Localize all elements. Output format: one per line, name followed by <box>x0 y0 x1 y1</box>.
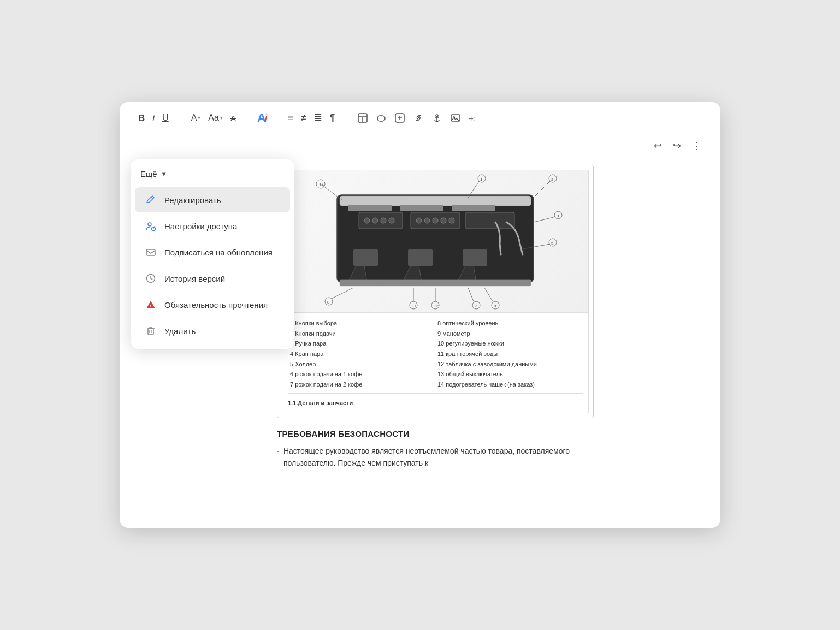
svg-rect-14 <box>146 249 155 255</box>
legend-item-9: 9 манометр <box>437 330 470 337</box>
menu-item-mandatory[interactable]: ! Обязательность прочтения <box>135 292 290 317</box>
chevron-down-icon: ▼ <box>161 170 168 178</box>
svg-point-35 <box>441 218 446 223</box>
divider-4 <box>346 112 346 124</box>
svg-text:7: 7 <box>475 304 477 308</box>
legend-item-4: 4 Кран пара <box>290 350 323 357</box>
svg-text:2: 2 <box>551 177 554 182</box>
legend-item-11: 11 кран горячей воды <box>437 350 498 357</box>
legend-item-12: 12 табличка с заводскими данными <box>437 361 537 367</box>
svg-line-69 <box>484 288 493 301</box>
content-area: Ещё ▼ Редактировать Настройки доступа <box>120 154 720 484</box>
svg-rect-17 <box>148 329 153 335</box>
document-area: 14 1 2 3 5 <box>277 165 705 469</box>
font-size-arrow: ▾ <box>220 115 223 121</box>
menu-mandatory-label: Обязательность прочтения <box>164 300 268 310</box>
legend-right: 8 оптический уровень 9 манометр 10 регул… <box>435 317 583 391</box>
svg-rect-22 <box>340 196 531 206</box>
menu-item-history[interactable]: История версий <box>135 266 290 291</box>
ai-button[interactable]: Ai <box>255 110 268 126</box>
menu-history-label: История версий <box>164 274 225 283</box>
list-button[interactable]: ≣ <box>311 111 326 125</box>
legend-left: 1 Кнопки выбора 2 Кнопки подачи 3 Ручка … <box>288 317 435 391</box>
svg-text:12: 12 <box>434 304 439 308</box>
machine-image: 14 1 2 3 5 <box>282 170 588 312</box>
dropdown-menu: Ещё ▼ Редактировать Настройки доступа <box>131 159 294 349</box>
svg-text:11: 11 <box>412 304 417 308</box>
menu-subscribe-label: Подписаться на обновления <box>164 248 273 257</box>
align-center-button[interactable]: ≠ <box>298 111 310 125</box>
insert-group: +: <box>354 110 479 126</box>
link-button[interactable] <box>410 110 427 126</box>
svg-text:8: 8 <box>327 300 330 305</box>
text-format-group: B i U <box>135 111 172 125</box>
svg-point-36 <box>449 218 454 223</box>
legend-item-8: 8 оптический уровень <box>437 320 498 326</box>
menu-item-edit[interactable]: Редактировать <box>135 187 290 212</box>
ai-label-a: A <box>257 111 265 124</box>
safety-text-row: · Настоящее руководство является неотъем… <box>277 445 594 469</box>
toolbar: B i U A ▾ Aa ▾ Ā Ai ≡ ≠ ≣ ¶ <box>120 102 720 134</box>
svg-point-32 <box>416 218 422 223</box>
font-color-label: A <box>191 114 197 122</box>
svg-line-48 <box>534 181 550 198</box>
shape-button[interactable] <box>372 110 390 126</box>
legend-item-5: 5 Холдер <box>290 361 316 367</box>
svg-point-33 <box>424 218 430 223</box>
mail-icon <box>145 246 157 258</box>
image-button[interactable] <box>447 110 464 126</box>
person-settings-icon <box>145 220 157 232</box>
warning-icon: ! <box>145 299 157 311</box>
font-size-label: Aa <box>208 114 219 122</box>
align-left-button[interactable]: ≡ <box>284 111 297 125</box>
svg-rect-41 <box>340 280 531 286</box>
machine-legend: 1 Кнопки выбора 2 Кнопки подачи 3 Ручка … <box>282 312 588 413</box>
svg-rect-23 <box>348 205 392 211</box>
menu-item-subscribe[interactable]: Подписаться на обновления <box>135 240 290 265</box>
svg-text:!: ! <box>150 304 151 308</box>
dropdown-trigger[interactable]: Ещё ▼ <box>131 164 294 186</box>
italic-button[interactable]: i <box>149 111 158 125</box>
svg-point-29 <box>381 218 386 223</box>
svg-line-57 <box>332 288 353 299</box>
table-button[interactable] <box>354 110 371 126</box>
svg-rect-38 <box>353 249 378 266</box>
font-color-button[interactable]: A ▾ <box>188 111 204 124</box>
paragraph-button[interactable]: ¶ <box>327 111 339 125</box>
svg-point-12 <box>148 223 151 226</box>
more-options-button[interactable]: ⋮ <box>689 138 705 154</box>
svg-text:1: 1 <box>480 177 483 182</box>
anchor-button[interactable] <box>428 110 446 126</box>
divider-3 <box>276 112 276 124</box>
svg-point-7 <box>436 115 438 117</box>
sub-toolbar: ↩ ↪ ⋮ <box>120 134 720 154</box>
undo-button[interactable]: ↩ <box>650 138 665 154</box>
more-insert-button[interactable]: +: <box>465 112 479 124</box>
bold-button[interactable]: B <box>135 111 148 125</box>
menu-item-access[interactable]: Настройки доступа <box>135 213 290 239</box>
svg-text:5: 5 <box>551 241 554 246</box>
underline-button[interactable]: U <box>159 111 172 124</box>
svg-point-28 <box>372 218 378 223</box>
clock-icon <box>145 272 157 284</box>
menu-access-label: Настройки доступа <box>164 222 237 231</box>
safety-text-content: Настоящее руководство является неотъемле… <box>283 445 594 469</box>
plus-box-button[interactable] <box>391 110 409 126</box>
dropdown-trigger-label: Ещё <box>140 169 157 179</box>
machine-diagram: 14 1 2 3 5 <box>282 170 589 413</box>
svg-line-66 <box>468 288 474 301</box>
svg-line-42 <box>321 184 342 200</box>
legend-item-13: 13 общий выключатель <box>437 371 503 377</box>
main-window: B i U A ▾ Aa ▾ Ā Ai ≡ ≠ ≣ ¶ <box>120 102 720 528</box>
menu-item-delete[interactable]: Удалить <box>135 318 290 343</box>
font-group: A ▾ Aa ▾ Ā <box>188 111 239 124</box>
font-size-button[interactable]: Aa ▾ <box>205 111 226 124</box>
legend-item-3: 3 Ручка пара <box>290 340 326 347</box>
redo-button[interactable]: ↪ <box>670 138 684 154</box>
strikethrough-button[interactable]: Ā <box>227 112 239 124</box>
legend-item-10: 10 регулируемые ножки <box>437 340 504 347</box>
svg-rect-3 <box>377 116 385 121</box>
pencil-icon <box>145 194 157 206</box>
divider-2 <box>247 112 247 124</box>
svg-rect-40 <box>463 249 487 266</box>
